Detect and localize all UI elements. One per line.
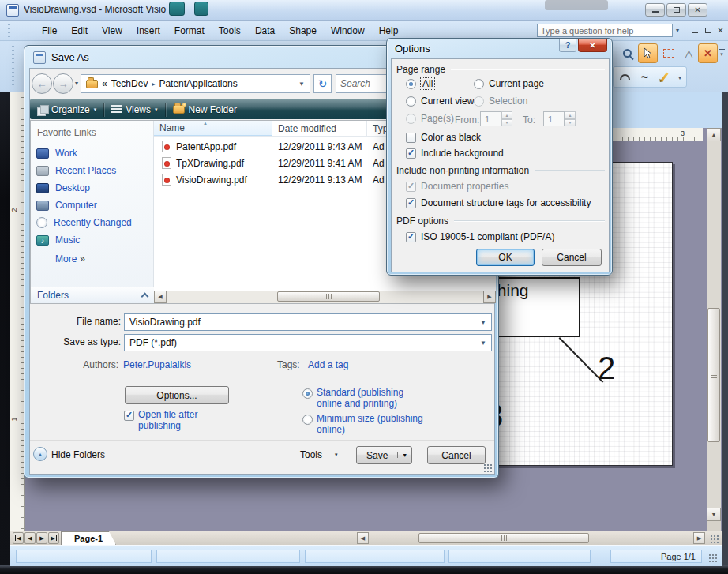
- callout-line[interactable]: [559, 337, 604, 383]
- chevron-down-icon[interactable]: ▾: [335, 452, 338, 458]
- breadcrumb-collapsed-icon[interactable]: «: [102, 78, 107, 89]
- scroll-down-button[interactable]: ▼: [707, 508, 721, 521]
- page-tab[interactable]: Page-1: [61, 531, 116, 545]
- nav-item-recent-places[interactable]: Recent Places: [31, 162, 154, 179]
- column-header-date-modified[interactable]: Date modified: [272, 121, 367, 136]
- save-dropdown-button[interactable]: ▼: [397, 452, 411, 458]
- menu-data[interactable]: Data: [248, 21, 282, 40]
- nav-item-computer[interactable]: Computer: [31, 197, 154, 214]
- breadcrumb-item-patentapplications[interactable]: PatentApplications: [159, 78, 237, 89]
- new-folder-button[interactable]: New Folder: [166, 99, 244, 119]
- current-page-radio[interactable]: [474, 79, 484, 89]
- include-background-option[interactable]: ✓ Include background: [406, 148, 504, 159]
- color-as-black-checkbox[interactable]: [406, 133, 416, 143]
- current-view-radio[interactable]: [406, 96, 416, 107]
- chevron-down-icon[interactable]: ▼: [480, 319, 486, 326]
- file-name-combo[interactable]: VisioDrawing.pdf ▼: [124, 313, 492, 331]
- toolbar-grip[interactable]: [8, 24, 10, 38]
- column-header-name[interactable]: ▲ Name: [154, 121, 272, 136]
- marquee-tool-button[interactable]: [659, 43, 678, 63]
- optimize-minimum-radio[interactable]: [302, 415, 313, 425]
- dialog-close-button[interactable]: ✕: [578, 39, 607, 52]
- dialog-resize-grip[interactable]: [483, 463, 492, 472]
- shape-tool-button[interactable]: △: [679, 43, 699, 63]
- scroll-right-button[interactable]: ▶: [483, 291, 496, 303]
- forward-button[interactable]: →: [53, 73, 73, 94]
- menu-file[interactable]: File: [35, 21, 64, 40]
- label-2[interactable]: 2: [598, 352, 615, 384]
- views-button[interactable]: Views ▾: [104, 99, 164, 119]
- address-dropdown-icon[interactable]: ▼: [298, 81, 305, 88]
- page-range-all-option[interactable]: All: [406, 78, 434, 89]
- freeform-tool-button[interactable]: ~: [635, 67, 655, 87]
- breadcrumb-item-techdev[interactable]: TechDev: [111, 78, 148, 89]
- tools-dropdown[interactable]: Tools: [300, 449, 322, 460]
- resize-grip[interactable]: [708, 553, 718, 563]
- iso-compliant-option[interactable]: ✓ ISO 19005-1 compliant (PDF/A): [406, 231, 554, 242]
- iso-compliant-checkbox[interactable]: ✓: [406, 232, 416, 242]
- page-range-current-page-option[interactable]: Current page: [474, 78, 544, 89]
- pencil-tool-button[interactable]: [655, 67, 674, 87]
- nav-item-work[interactable]: Work: [31, 144, 154, 162]
- first-page-button[interactable]: ◀: [13, 532, 24, 544]
- history-dropdown-icon[interactable]: ▾: [75, 80, 78, 87]
- question-dropdown-icon[interactable]: ▾: [676, 27, 679, 34]
- hide-folders-button[interactable]: ▲: [33, 447, 47, 461]
- maximize-button[interactable]: [666, 3, 686, 17]
- optimize-minimum-label[interactable]: Minimum size (publishing online): [317, 413, 427, 435]
- mdi-close-button[interactable]: ✕: [715, 24, 726, 36]
- nav-item-music[interactable]: ♪Music: [31, 231, 154, 249]
- menu-shape[interactable]: Shape: [282, 21, 324, 40]
- menu-edit[interactable]: Edit: [64, 21, 95, 40]
- dialog-cancel-button[interactable]: Cancel: [542, 249, 602, 266]
- optimize-standard-radio[interactable]: [302, 388, 313, 399]
- folders-expander[interactable]: Folders: [31, 287, 154, 303]
- toolbar-overflow-button[interactable]: ▾: [675, 67, 685, 87]
- close-button[interactable]: ✕: [688, 3, 707, 17]
- ok-button[interactable]: OK: [476, 249, 535, 266]
- scrollbar-thumb[interactable]: [707, 308, 720, 442]
- nav-item-recently-changed[interactable]: Recently Changed: [31, 214, 154, 231]
- save-button[interactable]: Save: [357, 450, 397, 461]
- menu-window[interactable]: Window: [324, 21, 372, 40]
- nav-item-desktop[interactable]: Desktop: [31, 179, 154, 197]
- hscrollbar-thumb[interactable]: [418, 533, 589, 543]
- color-as-black-option[interactable]: Color as black: [406, 132, 481, 143]
- last-page-button[interactable]: ▶: [48, 532, 59, 544]
- vertical-scrollbar[interactable]: ▲ ▼: [707, 128, 721, 521]
- toolbar-grip[interactable]: [12, 46, 14, 63]
- tags-value[interactable]: Add a tag: [308, 359, 348, 370]
- menu-format[interactable]: Format: [167, 21, 212, 40]
- hscroll-left-button[interactable]: ◀: [357, 532, 369, 544]
- toolbar-overflow-button[interactable]: ▾: [717, 43, 726, 63]
- minimize-button[interactable]: [645, 3, 665, 17]
- question-input[interactable]: [537, 24, 673, 37]
- document-structure-tags-option[interactable]: ✓ Document structure tags for accessibil…: [406, 197, 591, 208]
- hide-folders-label[interactable]: Hide Folders: [51, 449, 105, 460]
- back-button[interactable]: ←: [32, 73, 52, 94]
- options-button[interactable]: Options...: [125, 386, 229, 404]
- zoom-tool-button[interactable]: [617, 43, 637, 63]
- connection-point-tool-button[interactable]: ✕: [698, 43, 718, 63]
- next-page-button[interactable]: ▶: [36, 532, 47, 544]
- optimize-standard-label[interactable]: Standard (publishing online and printing…: [317, 387, 427, 409]
- all-radio[interactable]: [406, 79, 416, 89]
- breadcrumb[interactable]: « TechDev ▸ PatentApplications ▼: [81, 74, 310, 93]
- list-horizontal-scrollbar[interactable]: ◀ ▶: [154, 291, 496, 303]
- scroll-up-button[interactable]: ▲: [707, 128, 721, 141]
- cancel-button[interactable]: Cancel: [427, 446, 486, 464]
- resize-grip[interactable]: [710, 535, 719, 543]
- pointer-tool-button[interactable]: [638, 43, 658, 63]
- refresh-button[interactable]: ↻: [313, 74, 332, 93]
- organize-button[interactable]: Organize ▾: [30, 99, 103, 119]
- help-button[interactable]: ?: [559, 39, 576, 52]
- mdi-minimize-button[interactable]: [689, 24, 700, 36]
- save-as-type-combo[interactable]: PDF (*.pdf) ▼: [124, 334, 492, 351]
- authors-value[interactable]: Peter.Pupalaikis: [123, 359, 191, 370]
- menu-insert[interactable]: Insert: [129, 21, 167, 40]
- scroll-left-button[interactable]: ◀: [154, 291, 167, 303]
- open-file-after-publishing-label[interactable]: Open file after publishing: [138, 409, 227, 431]
- include-background-checkbox[interactable]: ✓: [406, 148, 416, 159]
- toolbar-grip[interactable]: [12, 68, 14, 85]
- scrollbar-thumb[interactable]: [277, 291, 380, 302]
